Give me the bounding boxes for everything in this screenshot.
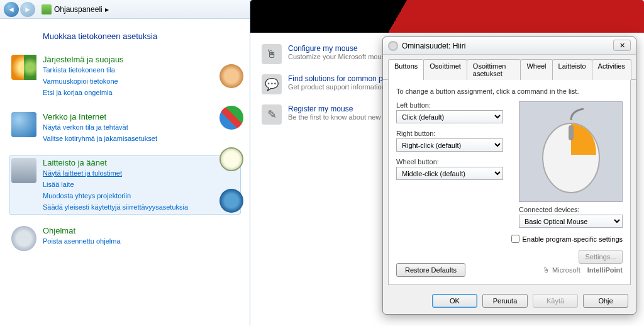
tab-buttons[interactable]: Buttons xyxy=(388,59,424,80)
disc-icon xyxy=(11,226,36,251)
restore-defaults-button[interactable]: Restore Defaults xyxy=(396,263,465,277)
dialog-title: Ominaisuudet: Hiiri xyxy=(402,42,465,50)
control-panel-body: Muokkaa tietokoneen asetuksia Järjestelm… xyxy=(0,19,250,271)
dialog-content: To change a button assignment, click a c… xyxy=(388,80,631,285)
tab-pointer-options[interactable]: Osoittimen asetukset xyxy=(467,59,521,80)
task-link[interactable]: Varmuuskopioi tietokone xyxy=(43,77,124,87)
category-network: Verkko ja Internet Näytä verkon tila ja … xyxy=(9,110,241,147)
category-hardware-sound: Laitteisto ja äänet Näytä laitteet ja tu… xyxy=(9,155,241,215)
item-title: Configure my mouse xyxy=(288,44,389,53)
appearance-icon[interactable] xyxy=(219,106,243,130)
mouse-icon: 🖱 xyxy=(262,44,282,64)
globe-icon xyxy=(11,112,36,137)
mouse-brand-icon: 🖱 xyxy=(543,266,550,274)
connected-devices-group: Connected devices: Basic Optical Mouse xyxy=(519,206,623,228)
breadcrumb[interactable]: Ohjauspaneeli ▸ xyxy=(42,4,109,14)
close-button[interactable]: ✕ xyxy=(613,40,631,51)
item-subtitle: Be the first to know about new pro xyxy=(288,113,392,121)
mouse-illustration xyxy=(533,108,609,196)
brand-label: 🖱 Microsoft IntelliPoint xyxy=(543,263,623,277)
users-icon[interactable] xyxy=(219,64,243,88)
ease-of-access-icon[interactable] xyxy=(219,189,243,213)
printer-icon xyxy=(11,158,36,183)
dialog-footer: OK Peruuta Käytä Ohje xyxy=(383,290,636,314)
dialog-tabs: Buttons Osoittimet Osoittimen asetukset … xyxy=(383,55,636,80)
nav-forward-button[interactable]: ► xyxy=(20,2,35,17)
mouse-app-titlebar xyxy=(250,0,644,33)
tab-activities[interactable]: Activities xyxy=(592,59,631,80)
enable-program-specific-row[interactable]: Enable program-specific settings xyxy=(511,235,623,243)
task-link[interactable]: Lisää laite xyxy=(43,180,188,190)
tab-wheel[interactable]: Wheel xyxy=(520,59,552,80)
clock-icon[interactable] xyxy=(219,147,243,171)
category-side-icons xyxy=(219,64,243,213)
wheel-button-select[interactable]: Middle-click (default) xyxy=(396,167,503,180)
control-panel-window: ◄ ► Ohjauspaneeli ▸ Muokkaa tietokoneen … xyxy=(0,0,250,326)
breadcrumb-text: Ohjauspaneeli xyxy=(54,5,103,14)
settings-button: Settings... xyxy=(579,250,623,264)
left-button-select[interactable]: Click (default) xyxy=(396,110,503,123)
connected-devices-select[interactable]: Basic Optical Mouse xyxy=(519,215,623,228)
enable-program-specific-checkbox[interactable] xyxy=(511,235,519,243)
task-link[interactable]: Muodosta yhteys projektoriin xyxy=(43,191,188,201)
mouse-preview xyxy=(519,101,623,202)
connected-devices-label: Connected devices: xyxy=(519,206,623,213)
register-icon: ✎ xyxy=(262,104,282,125)
mouse-icon xyxy=(388,41,398,51)
enable-program-specific-label: Enable program-specific settings xyxy=(522,235,623,243)
mouse-properties-dialog: Ominaisuudet: Hiiri ✕ Buttons Osoittimet… xyxy=(382,37,636,315)
category-link[interactable]: Laitteisto ja äänet xyxy=(43,158,107,167)
task-link[interactable]: Etsi ja korjaa ongelmia xyxy=(43,88,124,98)
category-system-security: Järjestelmä ja suojaus Tarkista tietokon… xyxy=(9,52,241,101)
tab-pointers[interactable]: Osoittimet xyxy=(423,59,467,80)
task-link[interactable]: Näytä laitteet ja tulostimet xyxy=(43,169,188,179)
apply-button: Käytä xyxy=(533,294,578,308)
nav-back-button[interactable]: ◄ xyxy=(4,2,19,17)
ok-button[interactable]: OK xyxy=(432,294,477,308)
task-link[interactable]: Poista asennettu ohjelma xyxy=(43,237,121,247)
category-programs: Ohjelmat Poista asennettu ohjelma xyxy=(9,223,241,254)
category-link[interactable]: Verkko ja Internet xyxy=(43,112,106,121)
category-link[interactable]: Ohjelmat xyxy=(43,226,75,235)
support-icon: 💬 xyxy=(262,74,282,94)
task-link[interactable]: Säädä yleisesti käytettyjä siirrettävyys… xyxy=(43,203,188,213)
right-button-select[interactable]: Right-click (default) xyxy=(396,138,503,152)
control-panel-icon xyxy=(42,4,52,14)
tab-hardware[interactable]: Laitteisto xyxy=(552,59,592,80)
item-subtitle: Customize your Microsoft mouse xyxy=(288,53,389,60)
breadcrumb-sep: ▸ xyxy=(105,5,109,14)
category-link[interactable]: Järjestelmä ja suojaus xyxy=(43,55,124,64)
task-link[interactable]: Tarkista tietokoneen tila xyxy=(43,65,124,76)
item-title: Register my mouse xyxy=(288,104,392,113)
page-title: Muokkaa tietokoneen asetuksia xyxy=(43,31,241,41)
shield-icon xyxy=(11,55,36,80)
task-link[interactable]: Valitse kotiryhmä ja jakamisasetukset xyxy=(43,134,157,144)
cancel-button[interactable]: Peruuta xyxy=(482,294,528,308)
explorer-navbar: ◄ ► Ohjauspaneeli ▸ xyxy=(0,0,250,19)
svg-rect-1 xyxy=(569,125,574,140)
help-button[interactable]: Ohje xyxy=(583,294,628,308)
dialog-titlebar[interactable]: Ominaisuudet: Hiiri ✕ xyxy=(383,37,636,55)
task-link[interactable]: Näytä verkon tila ja tehtävät xyxy=(43,123,157,133)
help-text: To change a button assignment, click a c… xyxy=(396,87,623,95)
